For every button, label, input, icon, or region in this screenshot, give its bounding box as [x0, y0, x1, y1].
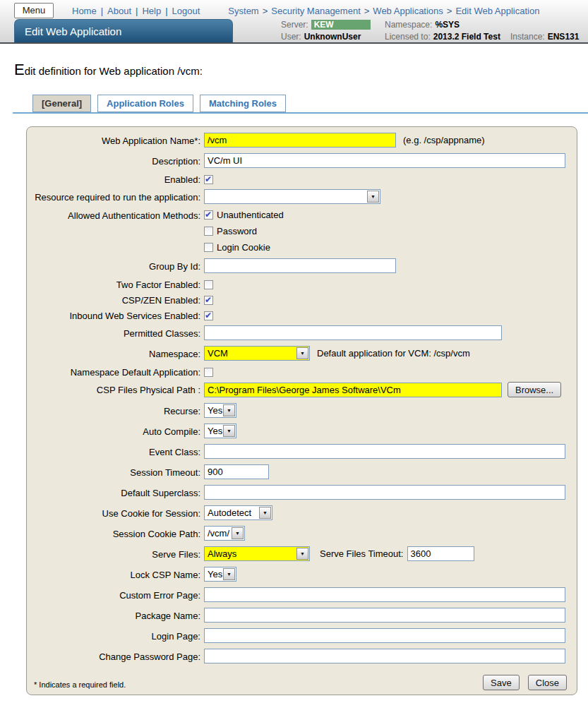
dropdown-arrow-icon[interactable]: ▼ [223, 568, 235, 580]
tab-application-roles[interactable]: Application Roles [97, 95, 193, 112]
two-factor-enabled-checkbox[interactable] [204, 280, 213, 289]
field-resource-required: Resource required to run the application… [27, 189, 577, 204]
csp-zen-enabled-label: CSP/ZEN Enabled: [27, 294, 200, 306]
link-about[interactable]: About [107, 6, 131, 16]
custom-error-page-input[interactable] [204, 587, 565, 602]
default-superclass-input[interactable] [204, 485, 565, 500]
serve-files-timeout-input[interactable] [407, 546, 474, 561]
change-password-page-input[interactable] [204, 649, 565, 663]
session-cookie-path-label: Session Cookie Path: [27, 528, 200, 539]
inbound-web-services-enabled-label: Inbound Web Services Enabled: [27, 310, 200, 321]
field-session-timeout: Session Timeout: [27, 464, 577, 479]
server-info-row-1: Server:KEW Namespace:%SYS [281, 18, 584, 30]
tab-bar: [General] Application Roles Matching Rol… [13, 95, 588, 114]
link-home[interactable]: Home [72, 6, 97, 16]
link-separator: | [136, 6, 138, 16]
dropdown-arrow-icon[interactable]: ▼ [223, 425, 235, 437]
lock-csp-name-select[interactable]: Yes ▼ [204, 567, 236, 582]
login-cookie-checkbox[interactable] [204, 243, 213, 252]
save-button[interactable]: Save [483, 675, 520, 690]
breadcrumb-security-management[interactable]: Security Management [271, 6, 360, 16]
permitted-classes-input[interactable] [204, 325, 502, 340]
field-csp-files-physical-path: CSP Files Physical Path : Browse... [27, 382, 577, 397]
dropdown-arrow-icon[interactable]: ▼ [367, 191, 379, 203]
serve-files-select[interactable]: Always ▼ [204, 546, 310, 561]
web-application-name-hint: (e.g. /csp/appname) [403, 135, 485, 145]
auto-compile-select-value: Yes [205, 426, 222, 436]
dropdown-arrow-icon[interactable]: ▼ [296, 548, 308, 560]
package-name-input[interactable] [204, 608, 565, 623]
resource-required-label: Resource required to run the application… [27, 191, 200, 203]
use-cookie-for-session-value: Autodetect [205, 507, 258, 518]
required-field-note: * Indicates a required field. [34, 680, 126, 689]
namespace-field-label: Namespace: [27, 348, 200, 359]
group-by-id-label: Group By Id: [27, 260, 200, 272]
close-button[interactable]: Close [528, 675, 567, 690]
field-default-superclass: Default Superclass: [27, 485, 577, 500]
breadcrumb-separator: > [447, 6, 452, 16]
auto-compile-select[interactable]: Yes ▼ [204, 423, 236, 438]
browse-button[interactable]: Browse... [508, 382, 561, 397]
namespace-default-application-checkbox[interactable] [204, 368, 213, 377]
event-class-input[interactable] [204, 444, 565, 459]
session-timeout-input[interactable] [204, 464, 269, 479]
namespace-select[interactable]: VCM ▼ [204, 346, 310, 361]
page-title: Edit Web Application [14, 19, 233, 42]
tab-matching-roles[interactable]: Matching Roles [200, 95, 286, 112]
instance-value: ENS131 [548, 32, 580, 42]
link-logout[interactable]: Logout [172, 6, 200, 16]
recurse-select[interactable]: Yes ▼ [204, 403, 236, 418]
web-application-name-input[interactable] [204, 133, 396, 148]
dropdown-arrow-icon[interactable]: ▼ [296, 347, 308, 359]
breadcrumb-separator: > [263, 6, 268, 16]
use-cookie-for-session-select[interactable]: Autodetect ▼ [204, 505, 272, 520]
link-separator: | [165, 6, 167, 16]
dropdown-arrow-icon[interactable]: ▼ [259, 507, 271, 519]
user-label: User: [281, 32, 301, 42]
change-password-page-label: Change Password Page: [27, 651, 200, 662]
session-cookie-path-select[interactable]: /vcm/ ▼ [204, 526, 245, 541]
general-form-panel: Web Application Name*: (e.g. /csp/appnam… [26, 126, 577, 695]
enabled-checkbox[interactable] [204, 175, 213, 184]
field-event-class: Event Class: [27, 444, 577, 459]
dropdown-arrow-icon[interactable]: ▼ [232, 527, 244, 539]
field-web-application-name: Web Application Name*: (e.g. /csp/appnam… [27, 133, 577, 148]
field-namespace-default-application: Namespace Default Application: [27, 366, 577, 378]
dropdown-arrow-icon[interactable]: ▼ [223, 404, 235, 416]
form-action-buttons: Save Close [483, 675, 567, 690]
password-checkbox[interactable] [204, 227, 213, 236]
header-divider [0, 42, 588, 44]
breadcrumb-web-applications[interactable]: Web Applications [373, 6, 443, 16]
unauthenticated-checkbox[interactable] [204, 210, 213, 220]
resource-required-select[interactable]: ▼ [204, 189, 380, 204]
breadcrumb: System > Security Management > Web Appli… [228, 6, 539, 16]
group-by-id-input[interactable] [204, 258, 396, 273]
login-page-input[interactable] [204, 628, 565, 643]
breadcrumb-system[interactable]: System [228, 6, 258, 16]
namespace-value: %SYS [435, 20, 460, 30]
breadcrumb-edit-web-application: Edit Web Application [455, 6, 539, 16]
link-help[interactable]: Help [142, 6, 161, 16]
field-permitted-classes: Permitted Classes: [27, 325, 577, 340]
field-use-cookie-for-session: Use Cookie for Session: Autodetect ▼ [27, 505, 577, 520]
instance-label: Instance: [510, 32, 545, 42]
package-name-label: Package Name: [27, 610, 200, 621]
description-input[interactable] [204, 153, 565, 168]
recurse-select-value: Yes [205, 405, 222, 416]
field-auto-compile: Auto Compile: Yes ▼ [27, 423, 577, 438]
field-csp-zen-enabled: CSP/ZEN Enabled: [27, 294, 577, 306]
inbound-web-services-enabled-checkbox[interactable] [204, 311, 213, 320]
menu-button[interactable]: Menu [14, 3, 54, 18]
session-timeout-label: Session Timeout: [27, 467, 200, 478]
tab-general[interactable]: [General] [32, 95, 91, 112]
heading-text: dit definition for Web application /vcm: [25, 65, 203, 77]
field-enabled: Enabled: [27, 174, 577, 185]
csp-files-physical-path-input[interactable] [204, 383, 502, 397]
permitted-classes-label: Permitted Classes: [27, 328, 200, 339]
lock-csp-name-value: Yes [205, 569, 222, 579]
serve-files-label: Serve Files: [27, 548, 200, 560]
csp-zen-enabled-checkbox[interactable] [204, 296, 213, 305]
recurse-label: Recurse: [27, 405, 200, 416]
licensed-to-label: Licensed to: [385, 32, 431, 42]
lock-csp-name-label: Lock CSP Name: [27, 569, 200, 580]
